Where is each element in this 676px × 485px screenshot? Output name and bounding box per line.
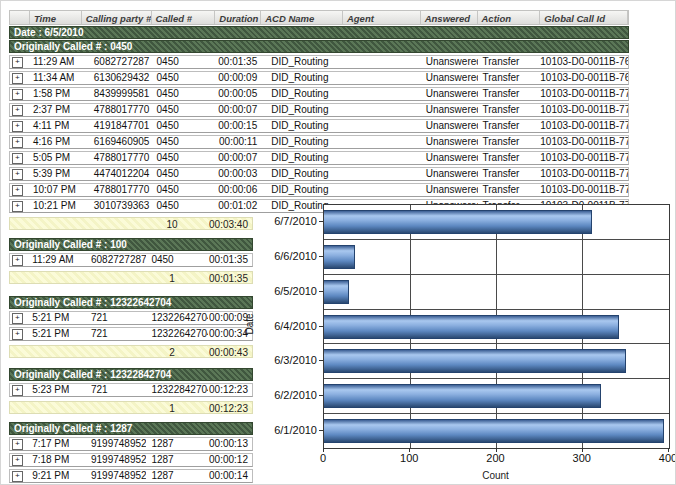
expand-icon[interactable]: + xyxy=(12,137,23,148)
cell-expand[interactable]: + xyxy=(10,384,29,396)
column-header-agent[interactable]: Agent xyxy=(343,11,421,24)
cell-global_id: 10103-D0-0011B-774 xyxy=(540,152,628,164)
column-header-calling-party-[interactable]: Calling party # xyxy=(82,11,152,24)
cell-expand[interactable]: + xyxy=(10,152,30,164)
bar-6-1-2010 xyxy=(324,419,664,443)
grid-line-horizontal xyxy=(324,378,669,379)
column-header-action[interactable]: Action xyxy=(478,11,541,24)
x-axis-tick-label: 200 xyxy=(476,452,516,464)
cell-calling: 4474012204 xyxy=(82,168,152,180)
expand-icon[interactable]: + xyxy=(12,185,23,196)
cell-expand[interactable]: + xyxy=(10,104,30,116)
expand-icon[interactable]: + xyxy=(12,169,23,180)
expand-icon[interactable]: + xyxy=(12,455,23,466)
cell-global_id: 10103-D0-0011B-770 xyxy=(540,88,628,100)
grid-line-horizontal xyxy=(324,239,669,240)
cell-time: 7:18 PM xyxy=(29,454,79,466)
cell-acd: DID_Routing xyxy=(261,136,343,148)
table-row: +7:17 PM9199748952128700:00:13 xyxy=(9,437,253,451)
cell-acd: DID_Routing xyxy=(261,104,343,116)
expand-icon[interactable]: + xyxy=(12,153,23,164)
cell-expand[interactable]: + xyxy=(10,328,29,340)
subtotal-count: 1 xyxy=(140,272,204,283)
column-header-duration[interactable]: Duration xyxy=(215,11,261,24)
grid-line-horizontal xyxy=(324,343,669,344)
group-header: Originally Called # : 1287 xyxy=(9,422,253,435)
bar-6-2-2010 xyxy=(324,384,601,408)
cell-expand[interactable]: + xyxy=(10,438,29,450)
table-row: +11:29 AM6082727287045000:01:35 xyxy=(9,253,253,267)
cell-global_id: 10103-D0-0011B-773 xyxy=(540,136,628,148)
cell-called: 0450 xyxy=(152,56,216,68)
cell-expand[interactable]: + xyxy=(10,136,30,148)
expand-icon[interactable]: + xyxy=(12,255,23,266)
cell-expand[interactable]: + xyxy=(10,72,30,84)
expand-icon[interactable]: + xyxy=(12,89,23,100)
cell-called: 0450 xyxy=(152,184,216,196)
cell-answered: Unanswered xyxy=(421,184,478,196)
cell-expand[interactable]: + xyxy=(10,120,30,132)
cell-duration: 00:00:07 xyxy=(215,152,261,164)
y-axis-tick xyxy=(319,360,323,361)
cell-called: 0450 xyxy=(152,104,216,116)
cell-expand[interactable]: + xyxy=(10,88,30,100)
cell-time: 7:17 PM xyxy=(29,438,79,450)
cell-acd: DID_Routing xyxy=(261,184,343,196)
y-axis-tick-label: 6/6/2010 xyxy=(245,250,317,262)
column-header-answered[interactable]: Answered xyxy=(421,11,478,24)
cell-expand[interactable]: + xyxy=(10,254,29,266)
expand-icon[interactable]: + xyxy=(12,201,23,212)
cell-acd: DID_Routing xyxy=(261,120,343,132)
cell-time: 5:21 PM xyxy=(29,328,79,340)
group-header: Originally Called # : 100 xyxy=(9,238,253,251)
x-axis-tick-label: 300 xyxy=(562,452,602,464)
cell-expand[interactable]: + xyxy=(10,312,29,324)
cell-global_id: 10103-D0-0011B-77E xyxy=(540,184,628,196)
column-header-called-[interactable]: Called # xyxy=(152,11,216,24)
bar-6-7-2010 xyxy=(324,210,592,234)
cell-calling: 4788017770 xyxy=(82,104,152,116)
table-header-row: TimeCalling party #Called #DurationACD N… xyxy=(9,10,629,25)
cell-time: 1:58 PM xyxy=(30,88,82,100)
column-header-time[interactable]: Time xyxy=(30,11,82,24)
cell-called: 12322642704 xyxy=(146,312,207,324)
cell-calling: 721 xyxy=(79,384,146,396)
cell-action: Transfer xyxy=(478,168,541,180)
expand-icon[interactable]: + xyxy=(12,105,23,116)
cell-time: 2:37 PM xyxy=(30,104,82,116)
cell-called: 1287 xyxy=(146,470,207,482)
cell-expand[interactable]: + xyxy=(10,454,29,466)
cell-called: 1287 xyxy=(146,438,207,450)
expand-icon[interactable]: + xyxy=(12,439,23,450)
column-header-expand[interactable] xyxy=(10,11,30,24)
cell-expand[interactable]: + xyxy=(10,470,29,482)
expand-icon[interactable]: + xyxy=(12,385,23,396)
expand-icon[interactable]: + xyxy=(12,73,23,84)
cell-expand[interactable]: + xyxy=(10,168,30,180)
cell-calling: 4788017770 xyxy=(82,184,152,196)
cell-answered: Unanswered xyxy=(421,136,478,148)
cell-acd: DID_Routing xyxy=(261,152,343,164)
expand-icon[interactable]: + xyxy=(12,57,23,68)
group-subtotal-row: 100:01:35 xyxy=(9,271,253,284)
cell-duration: 00:00:09 xyxy=(215,72,261,84)
cell-duration: 00:00:05 xyxy=(215,88,261,100)
cell-expand[interactable]: + xyxy=(10,56,30,68)
expand-icon[interactable]: + xyxy=(12,121,23,132)
cell-agent xyxy=(343,56,421,68)
column-header-global-call-id[interactable]: Global Call Id xyxy=(540,11,628,24)
table-row: +5:21 PM7211232264270400:00:34 xyxy=(9,327,253,341)
cell-expand[interactable]: + xyxy=(10,200,30,212)
grid-line-horizontal xyxy=(324,274,669,275)
expand-icon[interactable]: + xyxy=(12,329,23,340)
expand-icon[interactable]: + xyxy=(12,471,23,482)
cell-expand[interactable]: + xyxy=(10,184,30,196)
cell-time: 11:34 AM xyxy=(30,72,82,84)
cell-calling: 9199748952 xyxy=(79,438,146,450)
cell-duration: 00:00:06 xyxy=(215,184,261,196)
cell-calling: 6130629432 xyxy=(82,72,152,84)
column-header-acd-name[interactable]: ACD Name xyxy=(261,11,343,24)
cell-calling: 6082727287 xyxy=(82,56,152,68)
expand-icon[interactable]: + xyxy=(12,313,23,324)
cell-called: 0450 xyxy=(152,72,216,84)
